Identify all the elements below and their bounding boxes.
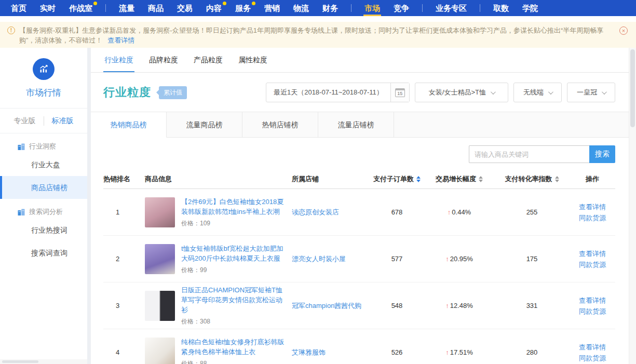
granularity-tab[interactable]: 属性粒度 bbox=[237, 48, 268, 72]
shop-link[interactable]: 漂亮女人时装小屋 bbox=[292, 255, 346, 263]
nav-item[interactable]: 市场 bbox=[358, 0, 387, 16]
product-image[interactable] bbox=[145, 197, 175, 227]
nav-item[interactable]: 首页 bbox=[4, 0, 33, 16]
nav-item[interactable]: 作战室 bbox=[62, 0, 99, 16]
up-arrow-icon: ↑ bbox=[445, 348, 449, 356]
same-source-link[interactable]: 同款货源 bbox=[570, 259, 615, 270]
conversion-index-cell: 280 bbox=[494, 348, 570, 356]
nav-item[interactable]: 财务 bbox=[316, 0, 345, 16]
shop-link[interactable]: 艾琳雅服饰 bbox=[292, 348, 326, 356]
same-source-link[interactable]: 同款货源 bbox=[570, 306, 615, 317]
orders-cell: 577 bbox=[370, 255, 424, 263]
nav-item[interactable]: 业务专区 bbox=[429, 0, 473, 16]
nav-item[interactable]: 交易 bbox=[170, 0, 199, 16]
actions-cell: 查看详情 同款货源 bbox=[570, 295, 615, 317]
view-detail-link[interactable]: 查看详情 bbox=[570, 295, 615, 306]
conversion-index-cell: 175 bbox=[494, 255, 570, 263]
shop-link[interactable]: 读恋原创女装店 bbox=[292, 208, 339, 216]
nav-item[interactable]: 流量 bbox=[112, 0, 141, 16]
sidebar-item[interactable]: 行业热搜词 bbox=[0, 219, 87, 241]
nav-group: 首页实时作战室 bbox=[4, 0, 99, 16]
granularity-tab[interactable]: 品牌粒度 bbox=[148, 48, 179, 72]
sidebar-section-header: 行业洞察 bbox=[0, 133, 87, 153]
shop-link[interactable]: 冠军champion茜茜代购 bbox=[292, 302, 361, 309]
filter-dropdown[interactable]: 无线端 bbox=[513, 83, 562, 102]
rank-cell: 1 bbox=[103, 208, 145, 216]
sidebar-title: 市场行情 bbox=[0, 87, 87, 99]
sidebar-item[interactable]: 商品店铺榜 bbox=[0, 176, 87, 199]
product-image[interactable] bbox=[145, 338, 175, 364]
page-title: 行业粒度 bbox=[103, 85, 151, 100]
calendar-button[interactable]: 15 bbox=[390, 83, 409, 102]
shop-cell: 漂亮女人时装小屋 bbox=[292, 254, 370, 264]
table-header-cell: 支付子订单数 bbox=[370, 174, 424, 184]
rank-tab[interactable]: 流量商品榜 bbox=[167, 112, 242, 138]
banner-detail-link[interactable]: 查看详情 bbox=[107, 36, 134, 44]
rank-tab-bar: 热销商品榜流量商品榜热销店铺榜流量店铺榜 bbox=[91, 112, 636, 138]
table-header-cell: 支付转化率指数 bbox=[494, 174, 570, 184]
view-detail-link[interactable]: 查看详情 bbox=[570, 342, 615, 353]
scrollbar-thumb[interactable] bbox=[630, 49, 635, 127]
actions-cell: 查看详情 同款货源 bbox=[570, 248, 615, 270]
product-title-link[interactable]: 【2件69元】白色短袖t恤女2018夏装韩版新款韩范t恤ins半袖上衣潮 bbox=[181, 197, 285, 217]
rank-cell: 4 bbox=[103, 348, 145, 356]
table-header-cell: 所属店铺 bbox=[292, 174, 370, 184]
calendar-icon: 15 bbox=[395, 88, 405, 97]
sidebar-item[interactable]: 行业大盘 bbox=[0, 153, 87, 176]
filter-dropdown[interactable]: 女装/女士精品>T恤 bbox=[415, 83, 508, 102]
version-tab[interactable]: 标准版 bbox=[44, 116, 74, 126]
nav-group: 业务专区 bbox=[416, 0, 473, 16]
sort-icon[interactable] bbox=[555, 176, 559, 182]
nav-item[interactable]: 服务 bbox=[228, 0, 258, 16]
version-tab[interactable]: 专业版 bbox=[14, 116, 36, 126]
nav-item[interactable]: 商品 bbox=[141, 0, 170, 16]
up-arrow-icon: ↑ bbox=[445, 255, 449, 263]
nav-item[interactable]: 物流 bbox=[287, 0, 316, 16]
product-image[interactable] bbox=[145, 291, 175, 321]
sidebar-item[interactable]: 搜索词查询 bbox=[0, 241, 87, 264]
orders-cell: 678 bbox=[370, 208, 424, 216]
view-detail-link[interactable]: 查看详情 bbox=[570, 248, 615, 259]
view-detail-link[interactable]: 查看详情 bbox=[570, 201, 615, 212]
nav-item[interactable]: 学院 bbox=[516, 0, 545, 16]
table-header-cell: 商品信息 bbox=[145, 174, 292, 184]
search-button[interactable]: 搜索 bbox=[589, 145, 615, 163]
product-info-cell: t恤女短袖韩版bf宽松超大款加肥加大码200斤中长款纯棉夏天上衣服 价格：99 bbox=[145, 244, 292, 275]
growth-cell: ↑0.44% bbox=[424, 208, 494, 216]
rank-tab[interactable]: 热销商品榜 bbox=[91, 112, 167, 138]
product-price: 价格：88 bbox=[181, 359, 285, 364]
rank-tab[interactable]: 热销店铺榜 bbox=[242, 112, 318, 138]
table-header-cell: 交易增长幅度 bbox=[424, 174, 494, 184]
column-label: 交易增长幅度 bbox=[436, 174, 476, 184]
search-input[interactable] bbox=[469, 145, 589, 163]
sidebar-horizontal-scrollbar[interactable] bbox=[0, 359, 87, 364]
notification-dot-icon bbox=[252, 2, 255, 5]
rank-tab[interactable]: 流量店铺榜 bbox=[318, 112, 394, 138]
shop-cell: 读恋原创女装店 bbox=[292, 207, 370, 217]
rank-cell: 2 bbox=[103, 255, 145, 263]
granularity-tab[interactable]: 产品粒度 bbox=[193, 48, 224, 72]
product-title-link[interactable]: t恤女短袖韩版bf宽松超大款加肥加大码200斤中长款纯棉夏天上衣服 bbox=[181, 244, 285, 263]
granularity-tab[interactable]: 行业粒度 bbox=[103, 48, 134, 72]
filter-dropdown[interactable]: 一皇冠 bbox=[567, 83, 615, 102]
sort-icon[interactable] bbox=[416, 176, 421, 182]
nav-item[interactable]: 内容 bbox=[199, 0, 228, 16]
nav-item[interactable]: 取数 bbox=[486, 0, 516, 16]
product-title-link[interactable]: 日版正品CHAMPION冠军短袖T恤草写字母印花男女情侣款宽松运动衫 bbox=[181, 285, 285, 315]
table-row: 3 日版正品CHAMPION冠军短袖T恤草写字母印花男女情侣款宽松运动衫 价格：… bbox=[103, 282, 615, 329]
growth-cell: ↑17.51% bbox=[424, 348, 494, 356]
nav-item[interactable]: 实时 bbox=[33, 0, 62, 16]
top-nav: 首页实时作战室 流量商品交易内容服务营销物流财务 市场竞争 业务专区 取数学院 bbox=[0, 0, 636, 16]
same-source-link[interactable]: 同款货源 bbox=[570, 212, 615, 223]
date-range-picker[interactable]: 最近1天（2018-07-11~2018-07-11） 15 bbox=[266, 83, 410, 102]
notification-dot-icon bbox=[223, 2, 226, 5]
close-icon[interactable]: × bbox=[619, 26, 628, 35]
sort-icon[interactable] bbox=[479, 176, 483, 182]
actions-cell: 查看详情 同款货源 bbox=[570, 342, 615, 363]
nav-item[interactable]: 营销 bbox=[258, 0, 287, 16]
version-tabs: 专业版标准版 bbox=[0, 109, 87, 133]
product-image[interactable] bbox=[145, 244, 175, 274]
same-source-link[interactable]: 同款货源 bbox=[570, 353, 615, 363]
product-title-link[interactable]: 纯棉白色短袖t恤女修身打底衫韩版紧身纯色棉半袖体恤上衣 bbox=[181, 337, 285, 357]
nav-item[interactable]: 竞争 bbox=[387, 0, 416, 16]
